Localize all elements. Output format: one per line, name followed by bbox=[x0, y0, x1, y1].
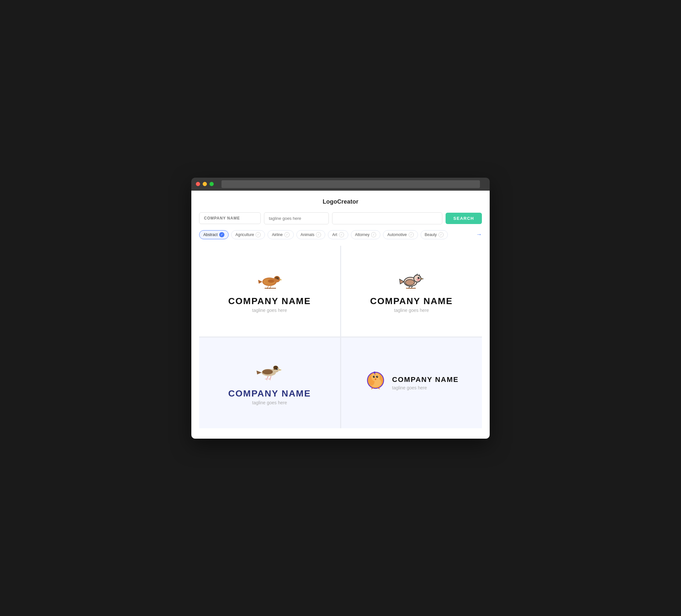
category-check-automotive: ✓ bbox=[409, 232, 414, 237]
svg-point-24 bbox=[419, 277, 419, 278]
logo-4-tagline: tagline goes here bbox=[392, 385, 458, 390]
svg-marker-37 bbox=[279, 369, 282, 370]
logo-2-company-name: COMPANY NAME bbox=[370, 296, 453, 306]
category-tag-beauty[interactable]: Beauty✓ bbox=[421, 230, 448, 239]
logo-4-company-name: COMPANY NAME bbox=[392, 376, 458, 384]
category-label-abstract: Abstract bbox=[203, 232, 218, 237]
category-tag-airline[interactable]: Airline✓ bbox=[268, 230, 294, 239]
svg-point-17 bbox=[405, 280, 414, 285]
category-tag-agriculture[interactable]: Agriculture✓ bbox=[231, 230, 265, 239]
logo-1-company-name: COMPANY NAME bbox=[228, 296, 311, 306]
svg-line-10 bbox=[270, 286, 271, 288]
logo-card-4[interactable]: COMPANY NAME tagline goes here bbox=[341, 337, 482, 428]
app-header: LogoCreator bbox=[199, 199, 482, 205]
category-check-animals: ✓ bbox=[316, 232, 321, 237]
search-bar: SEARCH bbox=[199, 212, 482, 224]
bird-icon-4 bbox=[364, 368, 387, 392]
category-check-agriculture: ✓ bbox=[255, 232, 261, 237]
app-title: LogoCreator bbox=[323, 199, 358, 205]
category-check-attorney: ✓ bbox=[371, 232, 376, 237]
bird-icon-1 bbox=[255, 270, 284, 290]
svg-point-36 bbox=[277, 369, 278, 369]
logo-card-2[interactable]: COMPANY NAME tagline goes here bbox=[341, 246, 482, 336]
url-bar[interactable] bbox=[222, 180, 480, 188]
svg-marker-26 bbox=[400, 279, 404, 284]
svg-marker-7 bbox=[280, 279, 282, 280]
logo-3-company-name: COMPANY NAME bbox=[228, 388, 311, 399]
category-label-airline: Airline bbox=[272, 232, 282, 237]
category-tag-art[interactable]: Art✓ bbox=[328, 230, 348, 239]
svg-marker-40 bbox=[256, 370, 262, 375]
search-button[interactable]: SEARCH bbox=[446, 213, 482, 224]
svg-point-55 bbox=[376, 376, 378, 378]
svg-line-9 bbox=[267, 286, 269, 288]
svg-point-2 bbox=[268, 280, 274, 283]
logo-grid: COMPANY NAME tagline goes here bbox=[199, 246, 482, 428]
svg-line-42 bbox=[270, 376, 271, 379]
app-content: LogoCreator SEARCH Abstract✓Agriculture✓… bbox=[191, 190, 490, 439]
category-check-beauty: ✓ bbox=[438, 232, 444, 237]
svg-point-53 bbox=[373, 376, 375, 378]
titlebar bbox=[191, 178, 490, 190]
category-check-airline: ✓ bbox=[284, 232, 289, 237]
logo-3-tagline: tagline goes here bbox=[252, 400, 287, 405]
keyword-input[interactable] bbox=[332, 212, 442, 224]
svg-marker-8 bbox=[258, 280, 262, 284]
bird-icon-3 bbox=[253, 360, 286, 383]
category-label-beauty: Beauty bbox=[425, 232, 437, 237]
svg-point-35 bbox=[276, 368, 278, 370]
category-tag-attorney[interactable]: Attorney✓ bbox=[351, 230, 381, 239]
maximize-button[interactable] bbox=[209, 182, 214, 186]
category-label-attorney: Attorney bbox=[355, 232, 370, 237]
category-check-abstract: ✓ bbox=[219, 232, 224, 237]
category-tag-animals[interactable]: Animals✓ bbox=[296, 230, 326, 239]
category-label-art: Art bbox=[332, 232, 337, 237]
svg-point-56 bbox=[377, 376, 378, 377]
svg-point-6 bbox=[279, 278, 279, 279]
category-check-art: ✓ bbox=[339, 232, 344, 237]
category-tag-automotive[interactable]: Automotive✓ bbox=[383, 230, 418, 239]
close-button[interactable] bbox=[196, 182, 200, 186]
logo-card-3[interactable]: COMPANY NAME tagline goes here bbox=[199, 337, 340, 428]
svg-point-54 bbox=[374, 376, 375, 377]
logo-card-1[interactable]: COMPANY NAME tagline goes here bbox=[199, 246, 340, 336]
category-bar: Abstract✓Agriculture✓Airline✓Animals✓Art… bbox=[199, 230, 482, 239]
svg-line-41 bbox=[267, 376, 268, 379]
browser-window: LogoCreator SEARCH Abstract✓Agriculture✓… bbox=[191, 178, 490, 439]
category-tag-abstract[interactable]: Abstract✓ bbox=[199, 230, 229, 239]
category-next-arrow[interactable]: → bbox=[476, 231, 482, 238]
minimize-button[interactable] bbox=[203, 182, 207, 186]
logo-2-tagline: tagline goes here bbox=[394, 308, 429, 313]
tagline-input[interactable] bbox=[264, 212, 329, 224]
category-label-automotive: Automotive bbox=[387, 232, 407, 237]
company-name-input[interactable] bbox=[199, 212, 261, 224]
svg-point-23 bbox=[418, 277, 420, 279]
category-label-animals: Animals bbox=[301, 232, 314, 237]
svg-marker-25 bbox=[421, 278, 424, 280]
category-label-agriculture: Agriculture bbox=[235, 232, 254, 237]
bird-icon-2 bbox=[397, 270, 426, 290]
logo-4-text-block: COMPANY NAME tagline goes here bbox=[392, 376, 458, 390]
logo-1-tagline: tagline goes here bbox=[252, 308, 287, 313]
